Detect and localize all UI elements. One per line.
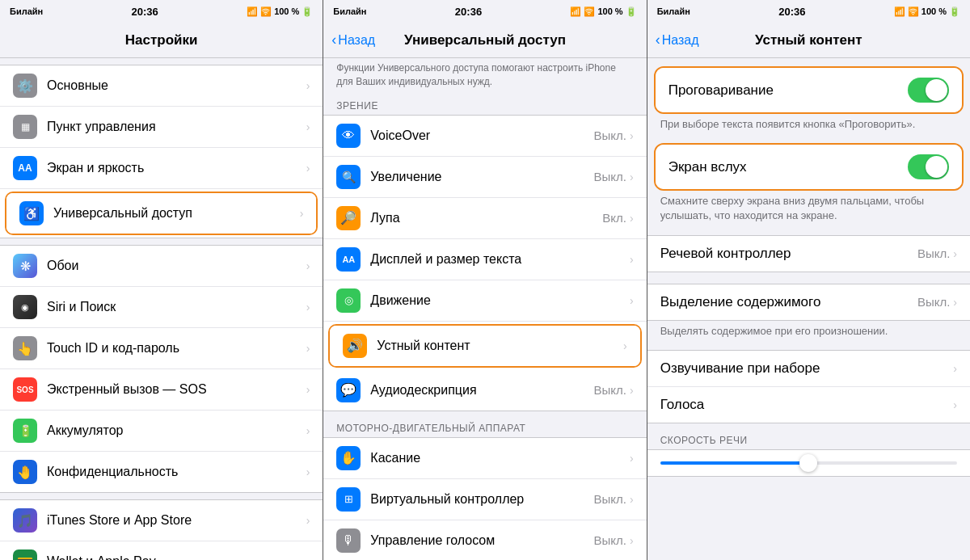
page-title-2: Универсальный доступ — [404, 32, 566, 48]
list-item[interactable]: 🔊 Устный контент › — [330, 326, 639, 366]
speed-slider-fill — [660, 461, 809, 465]
switch-value: Выкл. — [594, 492, 626, 506]
list-item[interactable]: ◎ Движение › — [323, 280, 646, 322]
nav-bar-2: ‹ Назад Универсальный доступ — [323, 23, 646, 58]
audiodesc-icon: 💬 — [336, 378, 361, 402]
speaking-highlighted-box: Проговаривание — [654, 66, 964, 114]
chevron-icon: › — [953, 362, 957, 375]
list-item[interactable]: ▦ Пункт управления › — [0, 107, 323, 148]
display-label: Экран и яркость — [47, 161, 306, 175]
screen-settings-main: Билайн 20:36 📶 🛜 100 % 🔋 Настройки ⚙️ Ос… — [0, 0, 323, 560]
back-button-2[interactable]: ‹ Назад — [331, 32, 375, 48]
zoom-icon: 🔍 — [336, 165, 361, 189]
wallet-icon: 💳 — [13, 549, 37, 560]
lupa-icon: 🔎 — [336, 206, 361, 230]
list-item[interactable]: ◉ Siri и Поиск › — [0, 287, 323, 328]
spoken-content-area[interactable]: Проговаривание При выборе текста появитс… — [647, 58, 970, 560]
basic-icon: ⚙️ — [13, 74, 37, 98]
screenreading-toggle-row[interactable]: Экран вслух — [656, 145, 962, 189]
toggle-knob-screenreading — [926, 156, 947, 178]
battery-text-2: 100 % — [597, 6, 622, 16]
chevron-icon: › — [306, 162, 310, 175]
chevron-icon: › — [630, 253, 634, 266]
battery-3: 📶 🛜 100 % 🔋 — [894, 6, 960, 17]
switch-label: Виртуальный контроллер — [370, 492, 593, 507]
speechcontroller-desc-empty — [647, 272, 970, 284]
list-item[interactable]: 💬 Аудиодескрипция Выкл. › — [323, 370, 646, 411]
speechcontroller-label: Речевой контроллер — [660, 246, 917, 262]
back-button-3[interactable]: ‹ Назад — [656, 32, 699, 48]
list-item[interactable]: AA Дисплей и размер текста › — [323, 239, 646, 280]
speed-slider-area[interactable] — [647, 449, 970, 477]
chevron-icon: › — [630, 493, 634, 506]
accessibility-content[interactable]: Функции Универсального доступа помогают … — [323, 58, 646, 560]
list-item[interactable]: 🤚 Конфиденциальность › — [0, 452, 323, 492]
highlight-list: Выделение содержимого Выкл. › — [647, 284, 970, 321]
list-item[interactable]: 🎙 Управление голосом Выкл. › — [323, 520, 646, 560]
chevron-icon: › — [306, 301, 310, 314]
accessibility-highlighted-row[interactable]: ♿ Универсальный доступ › — [5, 192, 318, 235]
speed-slider-track — [660, 461, 957, 465]
screenreading-toggle[interactable] — [908, 154, 949, 179]
list-item[interactable]: ⊞ Виртуальный контроллер Выкл. › — [323, 479, 646, 520]
chevron-icon: › — [630, 534, 634, 547]
list-item[interactable]: Голоса › — [647, 387, 970, 423]
screen-spoken-content: Билайн 20:36 📶 🛜 100 % 🔋 ‹ Назад Устный … — [647, 0, 970, 560]
display2-label: Дисплей и размер текста — [370, 252, 630, 267]
wallpaper-icon: ❋ — [13, 254, 37, 278]
voice-value: Выкл. — [594, 533, 626, 547]
list-item[interactable]: 💳 Wallet и Apple Pay › — [0, 541, 323, 560]
highlight-desc: Выделять содержимое при его произношении… — [647, 321, 970, 347]
accessibility-description: Функции Универсального доступа помогают … — [323, 58, 646, 95]
list-item[interactable]: 🔎 Лупа Вкл. › — [323, 198, 646, 239]
accessibility-icon: ♿ — [19, 201, 44, 225]
chevron-icon: › — [630, 384, 634, 397]
list-item[interactable]: ❋ Обои › — [0, 246, 323, 287]
speaking-toggle[interactable] — [908, 78, 949, 103]
list-item[interactable]: Выделение содержимого Выкл. › — [647, 284, 970, 320]
touch-icon: ✋ — [336, 446, 361, 470]
vision-list: 👁 VoiceOver Выкл. › 🔍 Увеличение Выкл. ›… — [323, 115, 646, 411]
list-item[interactable]: 🔋 Аккумулятор › — [0, 411, 323, 452]
spoken-label: Устный контент — [377, 339, 623, 353]
section-header-motor: МОТОРНО-ДВИГАТЕЛЬНЫЙ АППАРАТ — [323, 418, 646, 437]
speaking-label: Проговаривание — [668, 82, 908, 99]
chevron-icon: › — [306, 424, 310, 437]
speed-slider-thumb[interactable] — [799, 454, 817, 472]
list-item[interactable]: 🎵 iTunes Store и App Store › — [0, 500, 323, 541]
list-item[interactable]: ✋ Касание › — [323, 438, 646, 479]
wallet-label: Wallet и Apple Pay — [47, 554, 306, 560]
lupa-value: Вкл. — [602, 211, 626, 225]
screenreading-desc: Смахните сверху экрана вниз двумя пальца… — [647, 191, 970, 231]
back-chevron-2: ‹ — [331, 32, 336, 48]
settings-group-2: ❋ Обои › ◉ Siri и Поиск › 👆 Touch ID и к… — [0, 245, 323, 493]
list-item[interactable]: AA Экран и яркость › — [0, 148, 323, 189]
signal-icon-2: 📶 — [570, 6, 581, 17]
section-header-vision: ЗРЕНИЕ — [323, 95, 646, 115]
sos-icon: SOS — [13, 377, 37, 402]
list-item[interactable]: ♿ Универсальный доступ › — [6, 193, 316, 234]
signal-icon: 📶 — [247, 6, 258, 17]
chevron-icon: › — [306, 465, 310, 478]
speaking-toggle-row[interactable]: Проговаривание — [656, 68, 962, 112]
carrier-2: Билайн — [333, 6, 366, 16]
list-item[interactable]: 👆 Touch ID и код-пароль › — [0, 328, 323, 369]
list-item[interactable]: ⚙️ Основные › — [0, 65, 323, 107]
battery-text-1: 100 % — [274, 6, 299, 16]
motion-icon: ◎ — [336, 288, 361, 313]
settings-list-1[interactable]: ⚙️ Основные › ▦ Пункт управления › AA Эк… — [0, 58, 323, 560]
chevron-icon: › — [306, 79, 310, 92]
control-label: Пункт управления — [47, 120, 306, 134]
list-item[interactable]: Речевой контроллер Выкл. › — [647, 236, 970, 272]
chevron-icon: › — [953, 247, 957, 260]
list-item[interactable]: 👁 VoiceOver Выкл. › — [323, 116, 646, 157]
list-item[interactable]: Озвучивание при наборе › — [647, 351, 970, 387]
chevron-icon: › — [306, 383, 310, 396]
chevron-icon: › — [953, 398, 957, 411]
itunes-label: iTunes Store и App Store — [47, 513, 306, 528]
list-item[interactable]: SOS Экстренный вызов — SOS › — [0, 369, 323, 411]
settings-group-bottom: 🎵 iTunes Store и App Store › 💳 Wallet и … — [0, 499, 323, 560]
spoken-content-highlighted-row[interactable]: 🔊 Устный контент › — [328, 324, 641, 368]
basic-label: Основные — [47, 78, 306, 93]
list-item[interactable]: 🔍 Увеличение Выкл. › — [323, 157, 646, 198]
